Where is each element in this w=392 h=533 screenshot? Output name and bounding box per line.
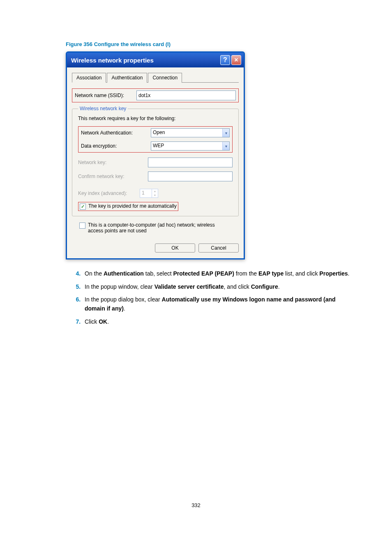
ssid-label: Network name (SSID): bbox=[75, 93, 136, 98]
keyindex-spinner: 1 ▲▼ bbox=[140, 189, 158, 198]
key-label: Network key: bbox=[78, 160, 148, 165]
close-button[interactable]: × bbox=[231, 55, 241, 65]
autokey-label: The key is provided for me automatically bbox=[88, 203, 177, 209]
wireless-key-group: Wireless network key This network requir… bbox=[72, 106, 239, 216]
autokey-highlight: The key is provided for me automatically bbox=[78, 202, 178, 211]
adhoc-checkbox[interactable] bbox=[79, 222, 85, 229]
tab-association[interactable]: Association bbox=[72, 73, 106, 83]
instruction-list: On the Authentication tab, select Protec… bbox=[66, 269, 355, 326]
spinner-arrows: ▲▼ bbox=[152, 189, 158, 197]
dialog-title: Wireless network properties bbox=[71, 57, 154, 64]
confirm-label: Confirm network key: bbox=[78, 174, 148, 179]
dialog-body: Association Authentication Connection Ne… bbox=[67, 67, 244, 258]
step-5: In the popup window, clear Validate serv… bbox=[82, 283, 355, 292]
auth-select[interactable]: Open ▾ bbox=[151, 128, 230, 137]
auth-value: Open bbox=[151, 129, 222, 137]
enc-select[interactable]: WEP ▾ bbox=[151, 141, 230, 151]
tab-authentication[interactable]: Authentication bbox=[107, 73, 147, 83]
wireless-properties-dialog: Wireless network properties ? × Associat… bbox=[66, 51, 245, 260]
tabs: Association Authentication Connection bbox=[72, 72, 239, 83]
group-legend: Wireless network key bbox=[78, 106, 128, 111]
step-7: Click OK. bbox=[82, 317, 355, 327]
cancel-button[interactable]: Cancel bbox=[198, 243, 239, 253]
key-input bbox=[148, 158, 233, 167]
ssid-input[interactable] bbox=[136, 90, 236, 100]
help-button[interactable]: ? bbox=[220, 55, 230, 65]
enc-value: WEP bbox=[151, 142, 222, 150]
titlebar: Wireless network properties ? × bbox=[67, 53, 244, 67]
page-number: 332 bbox=[0, 502, 392, 508]
ssid-highlight: Network name (SSID): bbox=[72, 88, 239, 102]
auth-label: Network Authentication: bbox=[81, 130, 151, 136]
auth-enc-highlight: Network Authentication: Open ▾ Data encr… bbox=[78, 126, 233, 153]
button-row: OK Cancel bbox=[72, 241, 239, 253]
step-4: On the Authentication tab, select Protec… bbox=[82, 269, 355, 278]
enc-label: Data encryption: bbox=[81, 143, 151, 149]
chevron-down-icon: ▾ bbox=[222, 129, 229, 137]
confirm-input bbox=[148, 171, 233, 181]
keyindex-label: Key index (advanced): bbox=[78, 190, 140, 196]
step-6: In the popup dialog box, clear Automatic… bbox=[82, 295, 355, 313]
group-text: This network requires a key for the foll… bbox=[78, 116, 233, 121]
titlebar-buttons: ? × bbox=[220, 55, 241, 65]
keyindex-value: 1 bbox=[140, 189, 152, 197]
adhoc-row: This is a computer-to-computer (ad hoc) … bbox=[79, 222, 239, 234]
tab-connection[interactable]: Connection bbox=[148, 73, 182, 83]
figure-caption: Figure 356 Configure the wireless card (… bbox=[66, 41, 355, 47]
chevron-down-icon: ▾ bbox=[222, 142, 229, 150]
adhoc-label: This is a computer-to-computer (ad hoc) … bbox=[88, 222, 228, 234]
ok-button[interactable]: OK bbox=[155, 243, 195, 253]
autokey-checkbox[interactable] bbox=[80, 204, 86, 210]
